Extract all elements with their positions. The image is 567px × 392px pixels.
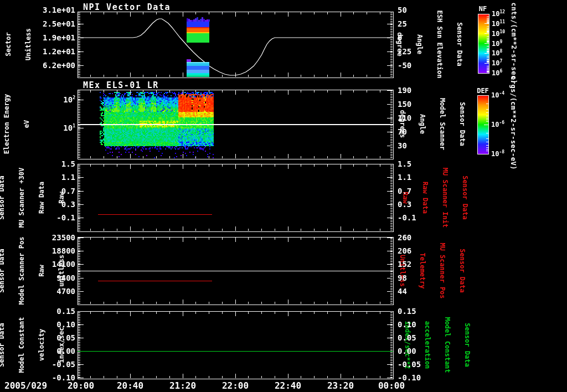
y-tick-label: 0.7 bbox=[61, 187, 75, 195]
axis-label-line: Model Scanner bbox=[439, 98, 446, 150]
axis-label-line: Sector bbox=[5, 28, 12, 60]
panel1-title: NPI Vector Data bbox=[83, 2, 171, 12]
y-tick-label: 0.05 bbox=[398, 334, 416, 342]
colorbar-tick-label: 107 bbox=[492, 59, 502, 67]
y-tick-label: 98 bbox=[398, 274, 407, 282]
y-tick-label: 50 bbox=[398, 6, 407, 14]
y-tick-label: 1.9e+01 bbox=[43, 34, 75, 42]
y-tick-label: 1.5 bbox=[398, 160, 411, 168]
y-tick-label: 0.10 bbox=[398, 321, 416, 328]
y-tick-label: 1.5 bbox=[61, 160, 75, 168]
y-tick-label: 1.2e+01 bbox=[43, 48, 75, 55]
y-tick-label: 6.2e+00 bbox=[43, 61, 75, 69]
axis-label-line: Sensor Data bbox=[0, 237, 5, 305]
y-tick-label: 0.3 bbox=[61, 200, 75, 208]
colorbar-tick-label: 10-4 bbox=[491, 91, 504, 99]
y-tick-label: 206 bbox=[398, 247, 411, 255]
y-tick-label: 0.15 bbox=[398, 307, 416, 315]
y-tick-label: 110 bbox=[398, 114, 411, 122]
axis-label-line: MU Scanner +30V bbox=[18, 168, 25, 228]
y-tick-label: 152 bbox=[398, 260, 411, 268]
y-tick-label: 2.5e+01 bbox=[43, 20, 75, 28]
x-tick-label: 22:40 bbox=[275, 380, 301, 391]
axis-label-line: Sensor Data bbox=[456, 11, 463, 79]
colorbar-tick-label: 1011 bbox=[492, 20, 505, 28]
axis-label-line: MU Scanner Init bbox=[442, 168, 449, 228]
x-tick-label: 22:00 bbox=[222, 380, 249, 391]
panel2-title: MEx ELS-01 LR bbox=[83, 80, 159, 90]
axis-label-line: Raw bbox=[38, 237, 45, 305]
y-tick-label: -0.05 bbox=[398, 360, 421, 368]
axis-label-line: Sensor Data bbox=[462, 168, 468, 228]
axis-label-line: Sensor Data bbox=[464, 317, 471, 373]
axis-label-line: velocity bbox=[38, 317, 45, 373]
axis-label-line: MU Scanner Pos bbox=[439, 243, 446, 298]
y-tick-label: 70 bbox=[398, 128, 407, 136]
y-tick-label: 190 bbox=[398, 86, 411, 94]
y-tick-label: 18800 bbox=[52, 247, 75, 255]
y-tick-label: 23500 bbox=[52, 234, 75, 241]
axis-label-line: Raw Data bbox=[38, 168, 45, 228]
x-tick-label: 21:20 bbox=[169, 380, 196, 391]
y-tick-label: 0.15 bbox=[56, 307, 75, 315]
colorbar-def-units: ergs/(cm**2-sr-sec-eV) bbox=[509, 76, 517, 170]
axis-label-line: Model Scanner Pos bbox=[18, 237, 25, 305]
y-tick-label: 1.1 bbox=[398, 173, 411, 181]
axis-label-line: Telemetry bbox=[419, 243, 426, 298]
panel2-left-axis-label: Electron Energy eV bbox=[0, 94, 43, 154]
colorbar-def-title: DEF bbox=[477, 87, 489, 95]
y-tick-label: 260 bbox=[398, 234, 411, 241]
colorbar-tick-label: 106 bbox=[492, 69, 502, 77]
colorbar-tick-label: 109 bbox=[492, 40, 502, 48]
x-tick-label: 00:00 bbox=[378, 380, 405, 391]
x-tick-label: 20:00 bbox=[68, 380, 94, 391]
y-tick-label: 9400 bbox=[56, 274, 75, 282]
y-tick-label: 101 bbox=[63, 124, 75, 132]
colorbar-tick-label: 10-6 bbox=[491, 121, 504, 128]
axis-label-line: Raw Data bbox=[422, 168, 429, 228]
date-label: 2005/029 bbox=[4, 380, 47, 391]
panel1-left-axis-label: Sector Unitless bbox=[0, 28, 45, 60]
y-tick-label: 1.1 bbox=[61, 173, 75, 181]
axis-label-line: acceleration bbox=[424, 317, 431, 373]
x-tick-label: 20:40 bbox=[117, 380, 143, 391]
axis-label-line: Model Constant bbox=[18, 317, 25, 373]
colorbar-tick-label: 1012 bbox=[492, 10, 505, 18]
axis-label-line: Sensor Data bbox=[459, 243, 466, 298]
y-tick-label: 0.7 bbox=[398, 187, 411, 195]
y-tick-label: -25 bbox=[398, 48, 411, 55]
y-tick-label: -0.1 bbox=[56, 214, 75, 221]
y-tick-label: 0.00 bbox=[398, 347, 416, 355]
axis-label-line: Angle bbox=[416, 11, 423, 79]
y-tick-label: 0 bbox=[398, 34, 402, 42]
axis-label-line: Unitless bbox=[25, 28, 32, 60]
y-tick-label: 102 bbox=[63, 96, 75, 104]
y-tick-label: 25 bbox=[398, 20, 407, 28]
plot-figure: NPI Vector Data MEx ELS-01 LR Sector Uni… bbox=[0, 0, 567, 392]
axis-label-line: Electron Energy bbox=[3, 94, 10, 154]
y-tick-label: -0.1 bbox=[398, 214, 416, 221]
y-tick-label: 14100 bbox=[52, 260, 75, 268]
y-tick-label: 0.05 bbox=[56, 334, 75, 342]
axis-label-line: Sensor Data bbox=[0, 168, 5, 228]
x-tick-label: 23:20 bbox=[327, 380, 354, 391]
y-tick-label: 30 bbox=[398, 142, 407, 149]
colorbar-tick-label: 1010 bbox=[492, 30, 505, 38]
y-tick-label: 4700 bbox=[56, 287, 75, 295]
y-tick-label: 0.3 bbox=[398, 200, 411, 208]
y-tick-label: 44 bbox=[398, 287, 407, 295]
axis-label-line: Sensor Data bbox=[0, 317, 5, 373]
colorbar-nf-title: NF bbox=[479, 5, 487, 13]
axis-label-line: Sensor Data bbox=[459, 98, 466, 150]
axis-label-line: Model Constant bbox=[444, 317, 451, 373]
y-tick-label: -50 bbox=[398, 61, 411, 69]
colorbar-tick-label: 10-8 bbox=[491, 150, 504, 158]
axis-label-line: eV bbox=[23, 94, 30, 154]
colorbar-tick-label: 108 bbox=[492, 49, 502, 57]
axis-label-line: Angle bbox=[419, 98, 426, 150]
y-tick-label: 0.00 bbox=[56, 347, 75, 355]
y-tick-label: -0.05 bbox=[52, 360, 75, 368]
y-tick-label: 0.10 bbox=[56, 321, 75, 328]
axis-label-line: ESH Sun Elevation bbox=[436, 11, 443, 79]
colorbar-nf-units: cnts/(cm**2-sr-sec) bbox=[510, 3, 518, 84]
